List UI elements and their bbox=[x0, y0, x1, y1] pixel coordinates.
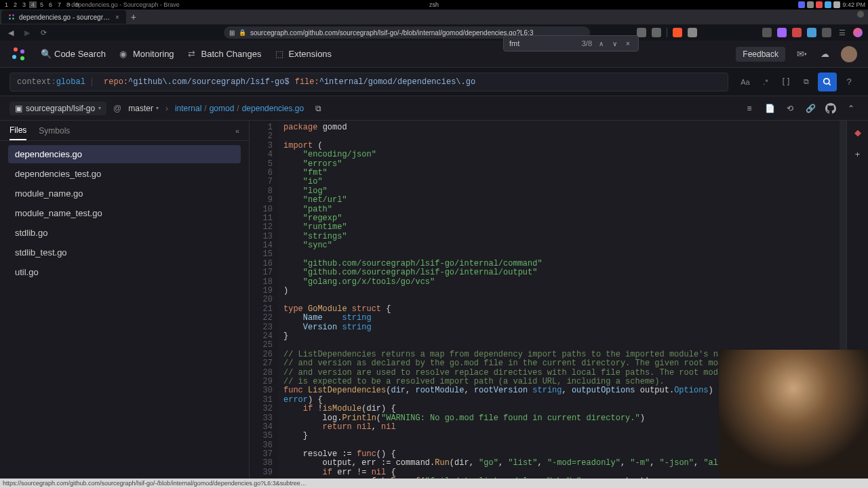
path-segment[interactable]: dependencies.go bbox=[242, 104, 304, 113]
search-submit-button[interactable] bbox=[818, 73, 837, 92]
line-wrap-icon[interactable]: ≡ bbox=[742, 101, 757, 116]
tray-icon[interactable] bbox=[807, 1, 814, 8]
copy-query-button[interactable]: ⧉ bbox=[797, 73, 815, 91]
nav-monitoring[interactable]: ◉ Monitoring bbox=[119, 49, 174, 59]
tab-symbols[interactable]: Symbols bbox=[39, 122, 70, 140]
find-count: 3/8 bbox=[582, 39, 592, 47]
add-panel-icon[interactable]: + bbox=[852, 148, 864, 160]
raw-file-icon[interactable]: 📄 bbox=[762, 101, 777, 116]
help-button[interactable]: ? bbox=[840, 73, 859, 92]
repo-icon: ▣ bbox=[15, 104, 22, 113]
tab-title: dependencies.go - sourcegr… bbox=[19, 14, 110, 21]
svg-point-1 bbox=[12, 14, 14, 16]
feedback-button[interactable]: Feedback bbox=[736, 47, 785, 62]
tray-icon[interactable] bbox=[816, 1, 823, 8]
case-sensitive-toggle[interactable]: Aa bbox=[736, 73, 754, 91]
tray-icon[interactable] bbox=[833, 1, 840, 8]
svg-point-0 bbox=[9, 14, 11, 16]
browser-tab[interactable]: dependencies.go - sourcegr… × bbox=[1, 10, 126, 24]
svg-point-8 bbox=[824, 78, 829, 83]
nav-batch-changes[interactable]: ⇄ Batch Changes bbox=[188, 49, 262, 59]
permalink-icon[interactable]: 🔗 bbox=[803, 101, 818, 116]
find-prev-button[interactable]: ∧ bbox=[596, 40, 606, 47]
sidebar-collapse-button[interactable]: « bbox=[235, 127, 239, 135]
file-item[interactable]: module_name_test.go bbox=[8, 204, 241, 222]
path-segment[interactable]: gomod bbox=[210, 104, 235, 113]
file-sidebar: Files Symbols « dependencies.godependenc… bbox=[0, 121, 250, 479]
wm-window-title: zsh bbox=[429, 1, 439, 8]
search-bar-row: context:global | repo:^github\.com/sourc… bbox=[0, 68, 868, 96]
status-bar: https://sourcegraph.com/github.com/sourc… bbox=[0, 479, 868, 488]
search-icon: 🔍 bbox=[41, 49, 50, 59]
puzzle-icon[interactable] bbox=[822, 28, 831, 37]
lock-icon: 🔒 bbox=[239, 29, 246, 36]
app-top-nav: 🔍 Code Search ◉ Monitoring ⇄ Batch Chang… bbox=[0, 41, 868, 68]
hover-url: https://sourcegraph.com/github.com/sourc… bbox=[3, 480, 307, 487]
bookmarks-icon[interactable]: ☰ bbox=[837, 27, 848, 38]
github-icon[interactable] bbox=[823, 101, 838, 116]
svg-point-3 bbox=[12, 18, 14, 20]
file-path-breadcrumb: internal / gomod / dependencies.go bbox=[175, 104, 304, 113]
collapse-up-icon[interactable]: ⌃ bbox=[844, 101, 859, 116]
new-tab-button[interactable]: + bbox=[127, 12, 140, 22]
nav-extensions[interactable]: ⬚ Extensions bbox=[275, 49, 332, 59]
file-item[interactable]: module_name.go bbox=[8, 184, 241, 203]
clock: 9:42 PM bbox=[842, 1, 865, 8]
back-button[interactable]: ◀ bbox=[5, 27, 16, 38]
find-next-button[interactable]: ∨ bbox=[610, 40, 619, 47]
brave-shields-icon[interactable] bbox=[673, 28, 682, 37]
regex-toggle[interactable]: .* bbox=[757, 73, 774, 91]
history-icon[interactable]: ⟲ bbox=[783, 101, 797, 116]
batch-icon: ⇄ bbox=[188, 49, 197, 59]
nav-code-search[interactable]: 🔍 Code Search bbox=[41, 49, 106, 59]
file-item[interactable]: stdlib_test.go bbox=[8, 243, 241, 262]
tray-icon[interactable] bbox=[798, 1, 805, 8]
window-title: +dependencies.go - Sourcegraph - Brave bbox=[68, 1, 180, 8]
svg-point-5 bbox=[20, 49, 24, 54]
extension-icon[interactable] bbox=[688, 28, 697, 37]
tab-close-icon[interactable]: × bbox=[115, 14, 119, 21]
path-segment[interactable]: internal bbox=[175, 104, 201, 113]
user-avatar[interactable] bbox=[841, 46, 857, 62]
search-input[interactable]: context:global | repo:^github\.com/sourc… bbox=[9, 73, 728, 92]
extension-icon[interactable] bbox=[762, 28, 772, 37]
svg-point-6 bbox=[12, 55, 16, 59]
file-item[interactable]: dependencies.go bbox=[8, 145, 241, 163]
file-item[interactable]: stdlib.go bbox=[8, 224, 241, 242]
extension-icon[interactable] bbox=[792, 28, 802, 37]
svg-point-7 bbox=[20, 56, 24, 60]
forward-button[interactable]: ▶ bbox=[22, 27, 33, 38]
svg-line-9 bbox=[829, 83, 831, 85]
repo-selector[interactable]: ▣ sourcegraph/lsif-go ▾ bbox=[9, 102, 106, 115]
svg-point-4 bbox=[14, 47, 18, 52]
find-close-button[interactable]: × bbox=[623, 40, 633, 47]
browser-url-bar: ◀ ▶ ⟳ ⊞ 🔒 sourcegraph.com/github.com/sou… bbox=[0, 24, 868, 41]
cloud-icon[interactable]: ☁ bbox=[818, 47, 831, 61]
window-close-icon[interactable] bbox=[857, 11, 864, 18]
find-in-page-bar[interactable]: fmt 3/8 ∧ ∨ × bbox=[503, 35, 639, 52]
monitor-icon: ◉ bbox=[119, 49, 129, 59]
ext-git-icon[interactable]: ◆ bbox=[852, 126, 864, 138]
extension-icon[interactable] bbox=[807, 28, 816, 37]
svg-point-2 bbox=[9, 18, 11, 20]
breadcrumb-bar: ▣ sourcegraph/lsif-go ▾ @ master ▾ › int… bbox=[0, 96, 868, 121]
extension-icon[interactable] bbox=[777, 28, 787, 37]
sourcegraph-logo[interactable] bbox=[11, 46, 27, 62]
site-info-icon[interactable]: ⊞ bbox=[229, 29, 235, 37]
file-item[interactable]: dependencies_test.go bbox=[8, 165, 241, 183]
tab-files[interactable]: Files bbox=[9, 121, 26, 140]
profile-avatar[interactable] bbox=[853, 28, 863, 37]
file-list: dependencies.godependencies_test.gomodul… bbox=[0, 141, 249, 287]
chevron-down-icon: ▾ bbox=[98, 105, 101, 111]
file-item[interactable]: util.go bbox=[8, 263, 241, 281]
extension-icon[interactable] bbox=[652, 28, 661, 37]
webcam-overlay bbox=[719, 350, 868, 479]
mail-icon[interactable]: ✉▾ bbox=[795, 47, 808, 61]
copy-path-button[interactable]: ⧉ bbox=[311, 101, 326, 116]
line-gutter: 1234567891011121314151617181920212223242… bbox=[250, 121, 278, 479]
reload-button[interactable]: ⟳ bbox=[38, 27, 49, 38]
url-text: sourcegraph.com/github.com/sourcegraph/l… bbox=[250, 29, 533, 37]
tray-icon[interactable] bbox=[825, 1, 831, 8]
branch-selector[interactable]: master ▾ bbox=[128, 104, 159, 113]
structural-toggle[interactable]: [] bbox=[777, 73, 795, 91]
